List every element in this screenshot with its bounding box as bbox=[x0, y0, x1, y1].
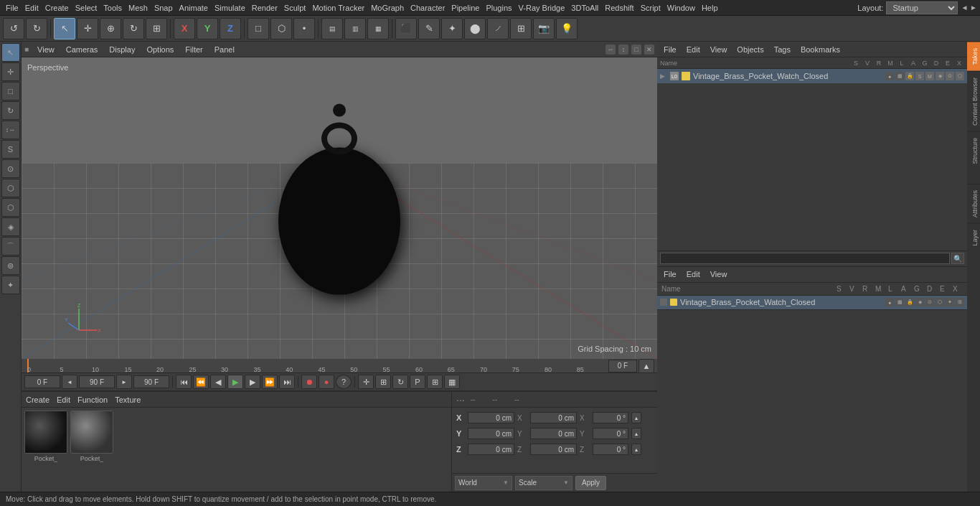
rot-y-input[interactable] bbox=[593, 428, 628, 439]
next-step-button[interactable]: ▶ bbox=[245, 375, 260, 389]
menu-pipeline[interactable]: Pipeline bbox=[448, 2, 482, 14]
menu-select[interactable]: Select bbox=[72, 2, 100, 14]
coord-x-up[interactable]: ▲ bbox=[631, 412, 641, 423]
menu-edit[interactable]: Edit bbox=[22, 2, 42, 14]
end-frame-1-input[interactable] bbox=[79, 375, 115, 388]
obj-menu-objects[interactable]: Objects bbox=[735, 44, 765, 55]
rot-z-input[interactable] bbox=[593, 444, 628, 455]
frame-step-down[interactable]: ◄ bbox=[62, 375, 77, 389]
tab-attributes[interactable]: Attributes bbox=[967, 184, 980, 223]
size-y-input[interactable] bbox=[530, 428, 577, 439]
menu-file[interactable]: File bbox=[3, 2, 22, 14]
go-end-button[interactable]: ⏭ bbox=[279, 375, 295, 389]
sidebar-rotate-icon[interactable]: ↻ bbox=[1, 101, 20, 120]
axis-x-button[interactable]: X bbox=[174, 18, 195, 39]
menu-mograph[interactable]: MoGraph bbox=[368, 2, 407, 14]
menu-tools[interactable]: Tools bbox=[100, 2, 125, 14]
scale-tool-button[interactable]: ⊕ bbox=[100, 18, 121, 39]
size-x-input[interactable] bbox=[530, 412, 577, 423]
menu-snap[interactable]: Snap bbox=[151, 2, 176, 14]
render-small-button[interactable]: ▦ bbox=[444, 375, 460, 389]
frame-up-button[interactable]: ▲ bbox=[639, 359, 654, 373]
snap-all-button[interactable]: ⊞ bbox=[427, 375, 443, 389]
help-button[interactable]: ? bbox=[336, 375, 352, 389]
obj-render-icon[interactable]: ▦ bbox=[895, 72, 904, 80]
snap-move-button[interactable]: ✛ bbox=[358, 375, 374, 389]
line-tool[interactable]: ⟋ bbox=[487, 18, 509, 39]
cube-tool[interactable]: ⬛ bbox=[395, 18, 417, 39]
snap-angle-button[interactable]: ↻ bbox=[392, 375, 408, 389]
render-region-button[interactable]: ▥ bbox=[344, 18, 366, 39]
search-button[interactable]: 🔍 bbox=[951, 253, 964, 264]
sidebar-move-icon[interactable]: ✛ bbox=[1, 62, 20, 81]
attr-tag-5[interactable]: ⊞ bbox=[956, 298, 964, 306]
snap-grid-button[interactable]: ⊞ bbox=[375, 375, 391, 389]
start-frame-input[interactable] bbox=[24, 375, 60, 388]
boole-tool[interactable]: ⬤ bbox=[464, 18, 486, 39]
vp-icon-2[interactable]: ↕ bbox=[618, 44, 628, 55]
pos-x-input[interactable] bbox=[468, 412, 514, 423]
attr-lock-icon[interactable]: 🔒 bbox=[905, 298, 914, 306]
sidebar-sculpt-icon[interactable]: S bbox=[1, 140, 20, 159]
scale-dropdown[interactable]: Scale ▼ bbox=[515, 476, 573, 490]
sidebar-poly-icon[interactable]: ⬡ bbox=[1, 198, 20, 217]
menu-motion-tracker[interactable]: Motion Tracker bbox=[309, 2, 367, 14]
mat-texture[interactable]: Texture bbox=[115, 395, 141, 404]
sidebar-more-icon[interactable]: ✦ bbox=[1, 276, 20, 294]
current-frame-input[interactable] bbox=[608, 360, 637, 373]
menu-mesh[interactable]: Mesh bbox=[126, 2, 151, 14]
pos-y-input[interactable] bbox=[468, 428, 514, 439]
tab-content-browser[interactable]: Content Browser bbox=[967, 71, 980, 131]
select-tool-button[interactable]: ↖ bbox=[54, 18, 75, 39]
obj-tag-1[interactable]: ◈ bbox=[936, 72, 944, 80]
menu-window[interactable]: Window bbox=[664, 2, 698, 14]
attr-tag-2[interactable]: ⊙ bbox=[925, 298, 934, 306]
attr-tag-1[interactable]: ◈ bbox=[915, 298, 924, 306]
timeline-ruler[interactable]: 0 5 10 15 20 25 30 35 40 45 50 55 60 65 … bbox=[22, 359, 657, 373]
axis-z-button[interactable]: Z bbox=[220, 18, 241, 39]
attr-item-row[interactable]: Vintage_Brass_Pocket_Watch_Closed ● ▦ 🔒 … bbox=[657, 296, 967, 310]
obj-visible-icon[interactable]: ● bbox=[885, 72, 894, 80]
light-tool[interactable]: 💡 bbox=[556, 18, 578, 39]
keyframe-button[interactable]: ▤ bbox=[321, 18, 343, 39]
layout-dropdown[interactable]: Startup bbox=[886, 1, 958, 14]
attr-menu-edit[interactable]: Edit bbox=[684, 268, 702, 280]
undo-button[interactable]: ↺ bbox=[3, 18, 24, 39]
mat-function[interactable]: Function bbox=[77, 395, 108, 404]
frame-step-up[interactable]: ► bbox=[116, 375, 132, 389]
sidebar-paint-icon[interactable]: ⊚ bbox=[1, 256, 20, 275]
sidebar-cube-icon[interactable]: □ bbox=[1, 82, 20, 100]
menu-vray[interactable]: V-Ray Bridge bbox=[516, 2, 568, 14]
object-search-input[interactable] bbox=[660, 253, 950, 264]
viewport-menu-panel[interactable]: Panel bbox=[212, 44, 237, 55]
axis-y-button[interactable]: Y bbox=[197, 18, 218, 39]
menu-help[interactable]: Help bbox=[699, 2, 721, 14]
menu-render[interactable]: Render bbox=[249, 2, 281, 14]
mat-edit[interactable]: Edit bbox=[57, 395, 70, 404]
move-tool-button[interactable]: ✛ bbox=[77, 18, 98, 39]
viewport-menu-filter[interactable]: Filter bbox=[182, 44, 205, 55]
menu-create[interactable]: Create bbox=[42, 2, 72, 14]
object-mode-button[interactable]: □ bbox=[248, 18, 269, 39]
viewport-canvas[interactable]: Perspective Z X bbox=[22, 57, 657, 359]
autokey-button[interactable]: ● bbox=[319, 375, 334, 389]
menu-character[interactable]: Character bbox=[407, 2, 448, 14]
record-button[interactable]: ⏺ bbox=[301, 375, 317, 389]
render-active-button[interactable]: ▦ bbox=[367, 18, 389, 39]
prev-frame-button[interactable]: ⏪ bbox=[193, 375, 209, 389]
viewport-menu-options[interactable]: Options bbox=[143, 44, 176, 55]
viewport-menu-cameras[interactable]: Cameras bbox=[63, 44, 101, 55]
pos-z-input[interactable] bbox=[468, 444, 514, 455]
end-frame-2-input[interactable] bbox=[133, 375, 169, 388]
menu-3dtoall[interactable]: 3DToAll bbox=[568, 2, 601, 14]
sidebar-smooth-icon[interactable]: ⊙ bbox=[1, 159, 20, 178]
world-dropdown[interactable]: World ▼ bbox=[455, 476, 512, 490]
attr-menu-view[interactable]: View bbox=[708, 268, 730, 280]
attr-vis-icon[interactable]: ● bbox=[885, 298, 894, 306]
object-list-item[interactable]: ▶ L0 Vintage_Brass_Pocket_Watch_Closed ●… bbox=[657, 69, 967, 83]
sidebar-select-icon[interactable]: ↖ bbox=[1, 43, 20, 62]
obj-menu-bookmarks[interactable]: Bookmarks bbox=[798, 44, 842, 55]
menu-plugins[interactable]: Plugins bbox=[483, 2, 514, 14]
go-start-button[interactable]: ⏮ bbox=[176, 375, 192, 389]
snap-point-button[interactable]: P bbox=[410, 375, 425, 389]
